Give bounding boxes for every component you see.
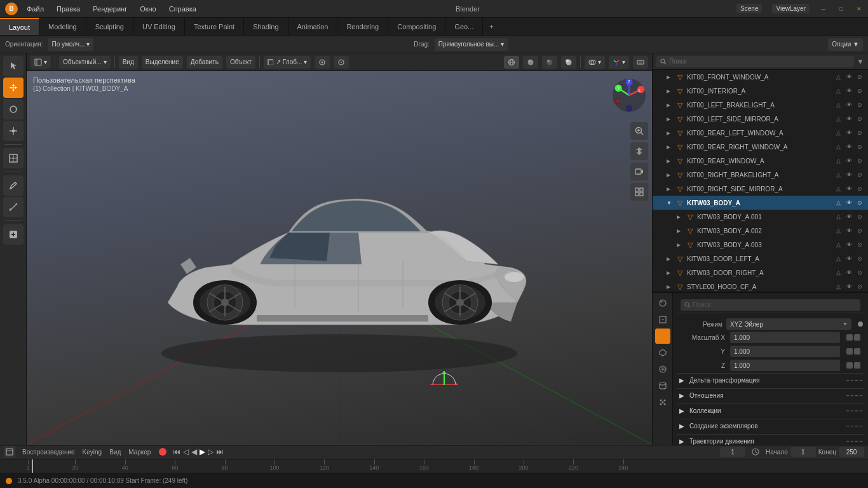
outliner-item-kitw03-body-002[interactable]: ▶ ▽ KITW03_BODY_A.002 △ 👁 ⊙ xyxy=(653,224,868,238)
camera-view-tool[interactable] xyxy=(630,163,648,180)
mode-keyframe-dot[interactable] xyxy=(858,322,863,327)
menu-render[interactable]: Рендеринг xyxy=(90,4,130,14)
section-collections[interactable]: ▶ Коллекции - - - - xyxy=(677,403,864,417)
start-frame-display[interactable]: 1 xyxy=(790,447,816,457)
outliner-item-kitw03-body[interactable]: ▼ ▽ KITW03_BODY_A △ 👁 ⊙ xyxy=(653,196,868,210)
prop-tab-physics[interactable] xyxy=(655,345,670,360)
options-dropdown[interactable]: Опции ▼ xyxy=(828,38,863,51)
outliner-item-kit00-right-mirror[interactable]: ▶ ▽ KIT00_RIGHT_SIDE_MIRROR_A △ 👁 ⊙ xyxy=(653,182,868,196)
scale-x-key[interactable] xyxy=(854,334,860,341)
viewport-shading-wire[interactable] xyxy=(504,56,519,69)
section-motion-paths[interactable]: ▶ Траектории движения - - - - xyxy=(677,434,864,445)
menu-window[interactable]: Окно xyxy=(137,4,159,14)
record-button[interactable] xyxy=(159,448,166,456)
outliner-item-kitw03-body-003[interactable]: ▶ ▽ KITW03_BODY_A.003 △ 👁 ⊙ xyxy=(653,238,868,252)
outliner-item-kit00-rear-right[interactable]: ▶ ▽ KIT00_REAR_RIGHT_WINDOW_A △ 👁 ⊙ xyxy=(653,140,868,154)
proportional-editing[interactable] xyxy=(334,56,349,69)
item-visibility-icon[interactable]: 👁 xyxy=(844,72,853,81)
outliner-item-kit00-left-brake[interactable]: ▶ ▽ KIT00_LEFT_BRAKELIGHT_A △ 👁 ⊙ xyxy=(653,98,868,112)
timeline-playhead[interactable] xyxy=(32,459,33,473)
jump-end-button[interactable]: ⏭ xyxy=(216,447,224,456)
tab-modeling[interactable]: Modeling xyxy=(39,18,86,35)
axis-widget[interactable]: X -X Y Z -Z xyxy=(611,78,647,113)
overlay-button[interactable]: ▾ xyxy=(585,56,605,69)
outliner-item-kit00-front-window[interactable]: ▶ ▽ KIT00_FRONT_WINDOW_A △ 👁 ⊙ xyxy=(653,70,868,84)
tab-layout[interactable]: Layout xyxy=(0,18,39,35)
viewlayer-selector[interactable]: ViewLayer xyxy=(772,4,810,13)
snap-button[interactable] xyxy=(315,56,330,69)
tab-sculpting[interactable]: Sculpting xyxy=(86,18,133,35)
outliner-item-kitw03-door-left[interactable]: ▶ ▽ KITW03_DOOR_LEFT_A △ 👁 ⊙ xyxy=(653,252,868,266)
prop-tab-data[interactable] xyxy=(655,378,670,393)
outliner-search[interactable]: Поиск xyxy=(656,56,854,67)
outliner-item-kit00-right-brake[interactable]: ▶ ▽ KIT00_RIGHT_BRAKELIGHT_A △ 👁 ⊙ xyxy=(653,168,868,182)
props-search-box[interactable]: Поиск xyxy=(681,299,860,311)
timeline-ruler[interactable]: 120406080100120140160180200220240 xyxy=(0,459,868,473)
xray-toggle[interactable] xyxy=(633,56,648,69)
tab-compositing[interactable]: Compositing xyxy=(388,18,445,35)
keying-menu[interactable]: Keying xyxy=(81,449,104,456)
tab-uv-editing[interactable]: UV Editing xyxy=(133,18,185,35)
outliner-item-kitw03-body-001[interactable]: ▶ ▽ KITW03_BODY_A.001 △ 👁 ⊙ xyxy=(653,210,868,224)
scale-z-pin[interactable] xyxy=(846,362,853,369)
prop-tab-constraints[interactable] xyxy=(655,362,670,377)
outliner-item-kit00-rear-window[interactable]: ▶ ▽ KIT00_REAR_WINDOW_A △ 👁 ⊙ xyxy=(653,154,868,168)
prop-tab-output[interactable] xyxy=(655,312,670,327)
scale-x-pin[interactable] xyxy=(846,334,853,341)
scale-y-field[interactable]: 1.000 xyxy=(730,346,840,357)
menu-edit[interactable]: Правка xyxy=(54,4,83,14)
mode-dropdown[interactable]: XYZ Эйлер xyxy=(726,318,851,330)
outliner-item-kit00-rear-left[interactable]: ▶ ▽ KIT00_REAR_LEFT_WINDOW_A △ 👁 ⊙ xyxy=(653,126,868,140)
outliner-filter[interactable]: ▼ xyxy=(857,57,864,66)
pan-tool[interactable] xyxy=(630,142,648,160)
step-forward-button[interactable]: ▷ xyxy=(208,447,214,456)
scale-y-key[interactable] xyxy=(854,348,860,355)
minimize-button[interactable]: ─ xyxy=(820,5,827,13)
select-menu[interactable]: Выделение xyxy=(142,56,183,69)
item-exclude-icon[interactable]: ⊙ xyxy=(855,72,864,81)
tab-geo[interactable]: Geo... xyxy=(445,18,483,35)
annotate-tool-button[interactable] xyxy=(3,175,24,196)
item-exclude-icon[interactable]: ⊙ xyxy=(855,86,864,95)
tab-shading[interactable]: Shading xyxy=(244,18,288,35)
section-instancing[interactable]: ▶ Создание экземпляров - - - - xyxy=(677,419,864,433)
transform-orientation[interactable]: ↗ Глоб... ▾ xyxy=(264,56,311,69)
viewport-3d[interactable]: ▾ Объектный... ▾ Вид Выделение Добавить … xyxy=(27,53,652,445)
editor-type-dropdown[interactable]: ▾ xyxy=(31,56,51,69)
transform-tool-button[interactable] xyxy=(3,148,24,168)
end-frame-display[interactable]: 250 xyxy=(839,447,864,457)
scene-selector[interactable]: Scene xyxy=(736,4,762,13)
viewport-shading-material[interactable] xyxy=(542,56,557,69)
scale-z-field[interactable]: 1.000 xyxy=(730,360,840,371)
outliner-item-kit00-left-mirror[interactable]: ▶ ▽ KIT00_LEFT_SIDE_MIRROR_A △ 👁 ⊙ xyxy=(653,112,868,126)
timeline-type-button[interactable] xyxy=(4,446,15,458)
object-menu[interactable]: Объект xyxy=(226,56,255,69)
viewport-shading-solid[interactable] xyxy=(523,56,538,69)
prop-tab-object[interactable] xyxy=(655,329,670,344)
view-menu-timeline[interactable]: Вид xyxy=(107,449,123,456)
item-visibility-icon[interactable]: 👁 xyxy=(844,86,853,95)
add-menu[interactable]: Добавить xyxy=(187,56,222,69)
scale-z-key[interactable] xyxy=(854,362,860,369)
close-button[interactable]: ✕ xyxy=(855,5,863,13)
marker-menu[interactable]: Маркер xyxy=(126,449,153,456)
scale-y-pin[interactable] xyxy=(846,348,853,355)
add-tool-button[interactable] xyxy=(3,224,24,245)
zoom-tool[interactable] xyxy=(630,122,648,140)
section-relations[interactable]: ▶ Отношения - - - - xyxy=(677,388,864,402)
orientation-dropdown[interactable]: По умолч... ▾ xyxy=(48,38,94,51)
outliner-item-kit00-interior[interactable]: ▶ ▽ KIT00_INTERIOR_A △ 👁 ⊙ xyxy=(653,84,868,98)
play-button[interactable]: ▶ xyxy=(200,447,205,456)
prop-tab-particles[interactable] xyxy=(655,395,670,410)
frame-time-icon[interactable] xyxy=(749,445,762,458)
object-mode-dropdown[interactable]: Объектный... ▾ xyxy=(59,56,111,69)
viewport-canvas[interactable]: Пользовательская перспектива (1) Collect… xyxy=(27,71,652,445)
tab-texture-paint[interactable]: Texture Paint xyxy=(185,18,244,35)
current-frame-display[interactable]: 1 xyxy=(720,447,745,457)
tab-rendering[interactable]: Rendering xyxy=(337,18,388,35)
section-delta-transform[interactable]: ▶ Дельта-трансформация - - - - xyxy=(677,373,864,387)
workspace-tab-add[interactable]: ＋ xyxy=(483,18,500,35)
cursor-tool-button[interactable] xyxy=(3,56,24,76)
move-tool-button[interactable] xyxy=(3,78,24,98)
outliner-item-kitw03-door-right[interactable]: ▶ ▽ KITW03_DOOR_RIGHT_A △ 👁 ⊙ xyxy=(653,266,868,280)
